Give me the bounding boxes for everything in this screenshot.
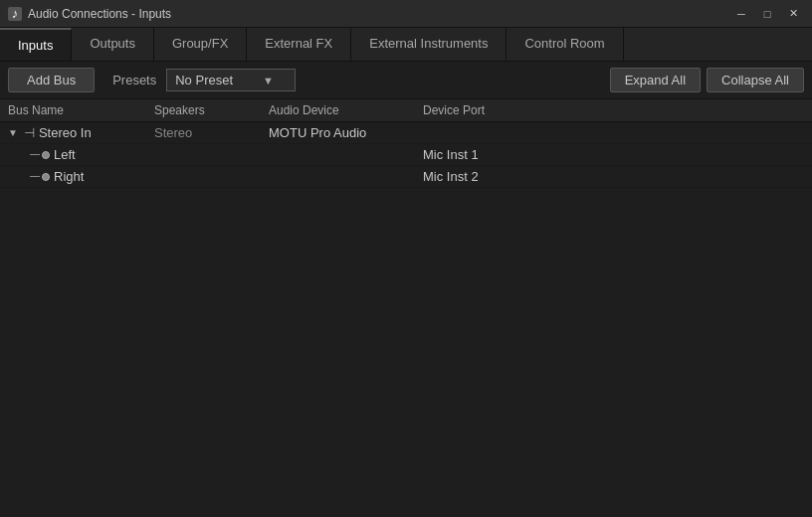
title-bar-left: ♪ Audio Connections - Inputs (8, 7, 171, 21)
expand-icon: ▼ (8, 127, 18, 138)
channel-icon-left (30, 151, 50, 159)
window-controls: ─ □ ✕ (730, 5, 804, 23)
collapse-all-button[interactable]: Collapse All (707, 68, 804, 92)
toolbar: Add Bus Presets No Preset ▼ Expand All C… (0, 62, 812, 99)
tab-external-fx[interactable]: External FX (247, 28, 351, 61)
table-row[interactable]: Right Mic Inst 2 (0, 166, 812, 188)
tab-group-fx[interactable]: Group/FX (154, 28, 247, 61)
close-button[interactable]: ✕ (782, 5, 804, 23)
preset-dropdown[interactable]: No Preset ▼ (166, 69, 296, 91)
table-row[interactable]: ▼ ⊣ Stereo In Stereo MOTU Pro Audio (0, 122, 812, 144)
table-row[interactable]: Left Mic Inst 1 (0, 144, 812, 166)
tab-control-room[interactable]: Control Room (507, 28, 623, 61)
dropdown-arrow-icon: ▼ (263, 75, 274, 86)
bus-name-value: Stereo In (39, 125, 92, 140)
table-header: Bus Name Speakers Audio Device Device Po… (0, 99, 812, 122)
maximize-button[interactable]: □ (756, 5, 778, 23)
toolbar-right: Expand All Collapse All (610, 68, 804, 92)
title-bar: ♪ Audio Connections - Inputs ─ □ ✕ (0, 0, 812, 28)
expand-all-button[interactable]: Expand All (610, 68, 701, 92)
channel-name-left-value: Left (54, 147, 76, 162)
cell-channel-name-left: Left (0, 147, 154, 162)
col-header-speakers: Speakers (154, 103, 269, 117)
channel-icon-right (30, 173, 50, 181)
cell-speakers: Stereo (154, 125, 269, 140)
col-header-bus-name: Bus Name (0, 103, 154, 117)
col-header-audio-device: Audio Device (269, 103, 423, 117)
minimize-button[interactable]: ─ (730, 5, 752, 23)
channel-name-right-value: Right (54, 169, 84, 184)
preset-value: No Preset (175, 73, 233, 87)
cell-device-port-right: Mic Inst 2 (423, 169, 812, 184)
tab-inputs[interactable]: Inputs (0, 28, 72, 61)
presets-label: Presets (112, 73, 156, 87)
cell-channel-name-right: Right (0, 169, 154, 184)
cell-bus-name: ▼ ⊣ Stereo In (0, 125, 154, 140)
cell-device-port-left: Mic Inst 1 (423, 147, 812, 162)
add-bus-button[interactable]: Add Bus (8, 68, 95, 92)
table-body: ▼ ⊣ Stereo In Stereo MOTU Pro Audio Left… (0, 122, 812, 509)
window-title: Audio Connections - Inputs (28, 7, 171, 21)
tab-outputs[interactable]: Outputs (72, 28, 154, 61)
app-icon: ♪ (8, 7, 22, 21)
cell-audio-device: MOTU Pro Audio (269, 125, 423, 140)
tabs-bar: Inputs Outputs Group/FX External FX Exte… (0, 28, 812, 62)
bus-in-icon: ⊣ (24, 125, 35, 140)
col-header-device-port: Device Port (423, 103, 812, 117)
tab-external-instruments[interactable]: External Instruments (351, 28, 507, 61)
